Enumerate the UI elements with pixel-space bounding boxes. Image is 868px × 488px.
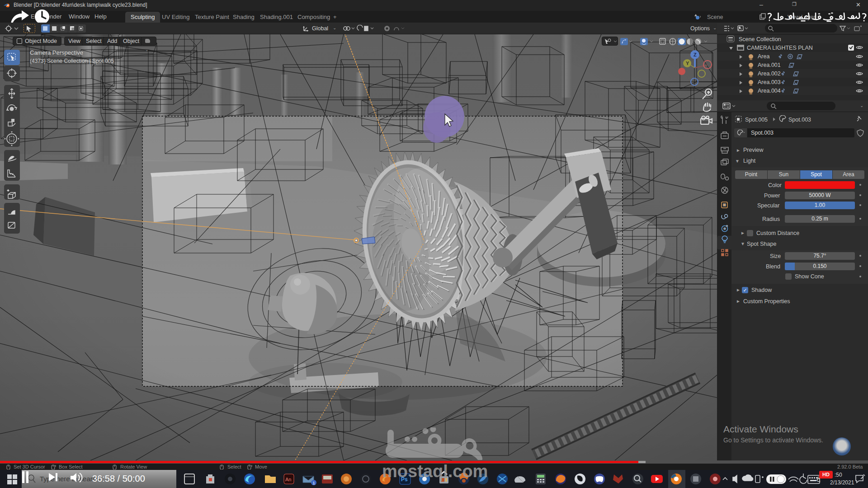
svg-text:Area.004: Area.004	[758, 88, 781, 94]
svg-text:1: 1	[313, 481, 315, 485]
svg-text:Y: Y	[686, 61, 689, 66]
svg-text:An: An	[285, 477, 291, 482]
svg-text:CAMERA LIGHTES PLAN: CAMERA LIGHTES PLAN	[747, 45, 813, 51]
svg-text:Area: Area	[758, 53, 769, 60]
svg-text:Scene Collection: Scene Collection	[739, 36, 781, 42]
svg-text:Area.001: Area.001	[758, 62, 781, 68]
svg-text:Z: Z	[693, 52, 697, 57]
svg-text:(4373) Scene Collection | Spot: (4373) Scene Collection | Spot.005	[30, 58, 114, 64]
svg-text:Area.003: Area.003	[758, 79, 781, 85]
svg-text:Camera Perspective: Camera Perspective	[30, 49, 83, 56]
svg-text:Area.002: Area.002	[758, 70, 781, 77]
